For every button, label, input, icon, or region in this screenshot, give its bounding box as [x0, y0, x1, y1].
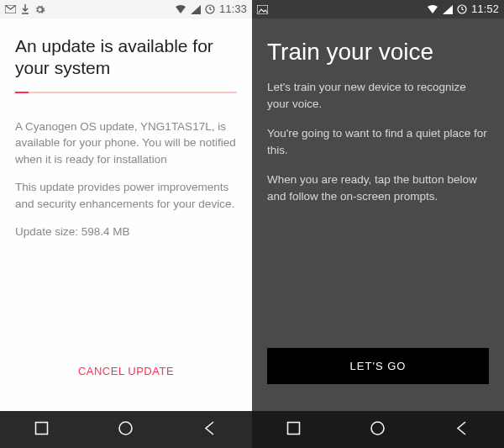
wifi-icon	[427, 5, 438, 14]
nav-bar	[252, 411, 504, 448]
clock-text: 11:52	[471, 3, 499, 15]
update-content: An update is available for your system A…	[0, 18, 252, 411]
update-size: Update size: 598.4 MB	[15, 224, 237, 240]
phone-voice-screen: 11:52 Train your voice Let's train your …	[252, 0, 504, 448]
phone-update-screen: 11:33 An update is available for your sy…	[0, 0, 252, 448]
page-title: An update is available for your system	[15, 35, 237, 80]
clock-text: 11:33	[219, 3, 247, 15]
update-description-2: This update provides power improvements …	[15, 179, 237, 212]
svg-rect-6	[288, 422, 300, 434]
voice-description-2: You're going to want to find a quiet pla…	[267, 125, 489, 158]
battery-icon	[457, 4, 467, 14]
recent-apps-button[interactable]	[286, 421, 301, 439]
svg-rect-2	[36, 422, 48, 434]
download-icon	[21, 4, 29, 14]
wifi-icon	[175, 5, 186, 14]
back-button[interactable]	[455, 421, 470, 439]
voice-content: Train your voice Let's train your new de…	[252, 18, 504, 411]
status-bar: 11:33	[0, 0, 252, 18]
home-button[interactable]	[118, 420, 134, 440]
battery-icon	[205, 4, 215, 14]
voice-description-1: Let's train your new device to recognize…	[267, 79, 489, 112]
signal-icon	[191, 5, 201, 14]
progress-bar	[15, 92, 237, 93]
image-icon	[257, 5, 268, 14]
mail-icon	[5, 5, 16, 13]
voice-description-3: When you are ready, tap the button below…	[267, 171, 489, 204]
lets-go-button[interactable]: LET'S GO	[267, 348, 489, 384]
status-bar: 11:52	[252, 0, 504, 18]
page-title: Train your voice	[267, 39, 489, 66]
back-button[interactable]	[203, 421, 218, 439]
cancel-update-button[interactable]: CANCEL UPDATE	[15, 353, 237, 403]
update-description-1: A Cyanogen OS update, YNG1TAS17L, is ava…	[15, 119, 237, 168]
svg-rect-4	[257, 5, 268, 14]
svg-point-3	[119, 422, 132, 435]
gear-icon	[34, 4, 45, 15]
svg-point-7	[371, 422, 384, 435]
recent-apps-button[interactable]	[34, 421, 49, 439]
home-button[interactable]	[370, 420, 386, 440]
nav-bar	[0, 411, 252, 448]
signal-icon	[443, 5, 453, 14]
